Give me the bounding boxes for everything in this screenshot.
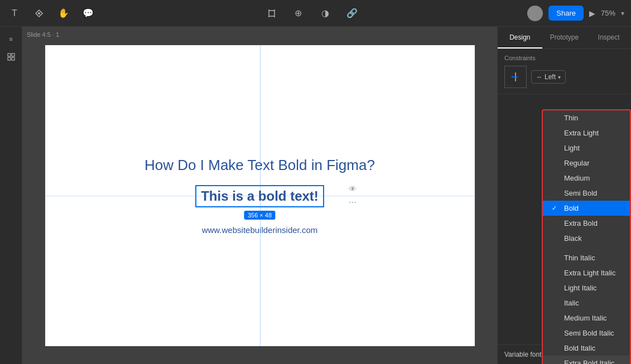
component-tool-icon[interactable] <box>31 6 47 21</box>
dropdown-label-bold: Bold <box>564 204 579 212</box>
move-tool-icon[interactable]: ⊕ <box>291 6 306 21</box>
text-tool-icon[interactable]: T <box>7 6 22 21</box>
dropdown-item-extra-bold[interactable]: Extra Bold <box>543 216 630 231</box>
dropdown-item-thin-italic[interactable]: Thin Italic <box>543 250 630 265</box>
dropdown-label-extra-bold: Extra Bold <box>564 219 598 227</box>
constraints-section: Constraints ↔ Left ▾ <box>498 49 631 94</box>
size-badge: 356 × 48 <box>244 211 275 220</box>
dropdown-label-bold-italic: Bold Italic <box>564 344 595 352</box>
dropdown-item-thin[interactable]: Thin <box>543 110 630 125</box>
play-button[interactable]: ▶ <box>589 9 595 18</box>
dropdown-item-black[interactable]: Black <box>543 231 630 246</box>
dropdown-label-medium: Medium <box>564 174 590 182</box>
constraint-left-label[interactable]: ↔ Left ▾ <box>531 70 566 84</box>
constraint-left-text: Left <box>545 73 556 81</box>
blend-tool-icon[interactable]: ◑ <box>317 6 333 21</box>
slide-label: Slide 4:5 · 1 <box>27 31 59 38</box>
dropdown-item-extra-bold-italic[interactable]: Extra Bold Italic <box>543 356 630 364</box>
canvas-frame: How Do I Make Text Bold in Figma? This i… <box>45 45 475 346</box>
svg-rect-9 <box>12 57 15 60</box>
layers-icon[interactable]: ≡ <box>3 31 19 47</box>
dropdown-item-bold-italic[interactable]: Bold Italic <box>543 341 630 356</box>
dropdown-item-light[interactable]: Light <box>543 140 630 156</box>
dropdown-label-medium-italic: Medium Italic <box>564 314 607 322</box>
hand-tool-icon[interactable]: ✋ <box>56 6 71 21</box>
visibility-icon[interactable]: 👁 <box>349 185 357 193</box>
share-button[interactable]: Share <box>548 6 584 21</box>
dropdown-label-semi-bold-italic: Semi Bold Italic <box>564 329 614 337</box>
dropdown-label-light-italic: Light Italic <box>564 284 597 292</box>
user-avatar <box>527 6 543 21</box>
frame-tool-icon[interactable] <box>264 6 280 21</box>
canvas-title: How Do I Make Text Bold in Figma? <box>144 157 375 174</box>
dropdown-item-medium-italic[interactable]: Medium Italic <box>543 310 630 326</box>
dropdown-item-semi-bold-italic[interactable]: Semi Bold Italic <box>543 326 630 341</box>
dropdown-label-light: Light <box>564 144 580 152</box>
tab-design[interactable]: Design <box>498 27 542 48</box>
canvas-area[interactable]: Slide 4:5 · 1 How Do I Make Text Bold in… <box>22 27 497 364</box>
toolbar-left: T ✋ 💬 <box>7 6 96 21</box>
canvas-url: www.websitebuilderinsider.com <box>202 225 318 235</box>
canvas-bold-text-wrapper[interactable]: This is a bold text! 356 × 48 <box>195 185 324 207</box>
zoom-chevron[interactable]: ▾ <box>621 9 624 17</box>
dropdown-label-thin-italic: Thin Italic <box>564 254 595 262</box>
toolbar-center: ⊕ ◑ 🔗 <box>264 6 360 21</box>
assets-icon[interactable] <box>3 49 19 65</box>
link-tool-icon[interactable]: 🔗 <box>344 6 360 21</box>
main-area: ≡ Slide 4:5 · 1 How Do I Make Text Bold … <box>0 27 631 364</box>
dropdown-divider <box>543 246 630 250</box>
constraint-h-icon: ↔ <box>536 74 542 80</box>
check-bold: ✓ <box>552 205 560 212</box>
dropdown-label-extra-light: Extra Light <box>564 129 599 137</box>
panel-tabs: Design Prototype Inspect <box>498 27 631 49</box>
dropdown-label-black: Black <box>564 234 582 242</box>
svg-marker-12 <box>511 76 513 78</box>
dropdown-label-thin: Thin <box>564 114 578 122</box>
svg-point-0 <box>38 12 40 14</box>
constraint-box[interactable] <box>504 66 527 88</box>
dropdown-item-semi-bold[interactable]: Semi Bold <box>543 186 630 201</box>
toolbar-right: Share ▶ 75% ▾ <box>527 6 624 21</box>
dropdown-label-italic: Italic <box>564 299 579 307</box>
canvas-right-icons: 👁 ⋯ <box>349 185 357 207</box>
dropdown-label-regular: Regular <box>564 159 590 167</box>
dropdown-item-bold[interactable]: ✓ Bold <box>543 201 630 216</box>
dropdown-item-extra-light[interactable]: Extra Light <box>543 125 630 140</box>
dropdown-label-semi-bold: Semi Bold <box>564 189 597 197</box>
top-toolbar: T ✋ 💬 ⊕ ◑ 🔗 Share ▶ 75% ▾ <box>0 0 631 27</box>
svg-rect-8 <box>8 57 11 60</box>
svg-rect-6 <box>8 54 11 56</box>
constraints-row: ↔ Left ▾ <box>504 66 624 88</box>
dropdown-item-medium[interactable]: Medium <box>543 171 630 186</box>
font-weight-dropdown[interactable]: Thin Extra Light Light Regular Medium <box>542 109 631 364</box>
comment-tool-icon[interactable]: 💬 <box>80 6 96 21</box>
tab-prototype[interactable]: Prototype <box>542 27 587 48</box>
dropdown-item-light-italic[interactable]: Light Italic <box>543 280 630 295</box>
svg-rect-7 <box>12 54 15 56</box>
right-panel: Design Prototype Inspect Constraints ↔ L… <box>497 27 631 364</box>
dropdown-item-extra-light-italic[interactable]: Extra Light Italic <box>543 265 630 280</box>
svg-rect-1 <box>269 11 274 16</box>
canvas-bold-text: This is a bold text! <box>195 185 324 207</box>
options-icon[interactable]: ⋯ <box>349 198 357 207</box>
dropdown-label-extra-bold-italic: Extra Bold Italic <box>564 359 614 364</box>
tab-inspect[interactable]: Inspect <box>586 27 631 48</box>
constraint-chevron[interactable]: ▾ <box>558 74 561 80</box>
constraints-title: Constraints <box>504 55 624 61</box>
zoom-level[interactable]: 75% <box>601 9 615 17</box>
dropdown-label-extra-light-italic: Extra Light Italic <box>564 269 616 277</box>
dropdown-item-regular[interactable]: Regular <box>543 156 630 171</box>
dropdown-item-italic[interactable]: Italic <box>543 295 630 310</box>
left-sidebar: ≡ <box>0 27 22 364</box>
